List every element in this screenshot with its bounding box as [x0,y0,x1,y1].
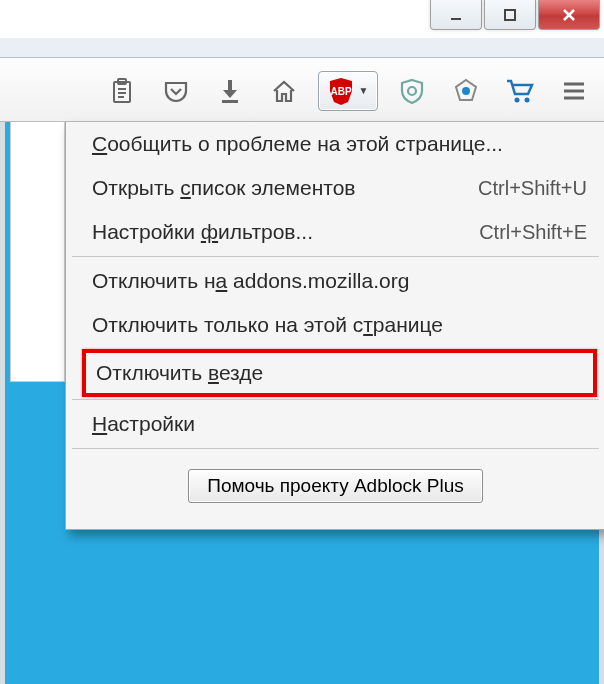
menu-item-disable-everywhere[interactable]: Отключить везде [82,349,597,397]
download-icon[interactable] [210,71,250,111]
menu-item-open-elements-list[interactable]: Открыть список элементов Ctrl+Shift+U [66,166,604,210]
minimize-button[interactable] [430,0,482,30]
help-project-button[interactable]: Помочь проекту Adblock Plus [188,469,483,503]
eye-icon[interactable] [446,71,486,111]
page-content-strip [10,122,65,382]
menu-item-settings[interactable]: Настройки [66,402,604,446]
abp-icon: ABP [328,76,354,106]
maximize-button[interactable] [484,0,536,30]
svg-point-15 [462,87,470,95]
menu-footer: Помочь проекту Adblock Plus [66,451,604,529]
svg-point-16 [515,97,520,102]
svg-rect-10 [222,100,238,103]
svg-point-17 [525,97,530,102]
menu-item-report-problem[interactable]: Сообщить о проблеме на этой странице... [66,122,604,166]
pocket-icon[interactable] [156,71,196,111]
adblock-plus-button[interactable]: ABP ▼ [318,71,378,111]
privacy-shield-icon[interactable] [392,71,432,111]
menu-separator [72,256,599,257]
svg-rect-1 [505,10,515,20]
close-button[interactable] [538,0,600,30]
home-icon[interactable] [264,71,304,111]
menu-separator [72,399,599,400]
svg-text:ABP: ABP [330,86,351,97]
hamburger-menu-icon[interactable] [554,71,594,111]
svg-point-13 [408,87,416,95]
menu-separator [72,448,599,449]
browser-toolbar: ABP ▼ [0,60,604,122]
menu-item-disable-on-domain[interactable]: Отключить на addons.mozilla.org [66,259,604,303]
menu-item-filter-settings[interactable]: Настройки фильтров... Ctrl+Shift+E [66,210,604,254]
window-controls [430,0,600,30]
adblock-dropdown-menu: Сообщить о проблеме на этой странице... … [65,122,604,530]
cart-icon[interactable] [500,71,540,111]
menu-item-disable-on-page[interactable]: Отключить только на этой странице [66,303,604,347]
clipboard-icon[interactable] [102,71,142,111]
dropdown-arrow-icon: ▼ [359,85,369,96]
tab-strip [0,38,604,58]
